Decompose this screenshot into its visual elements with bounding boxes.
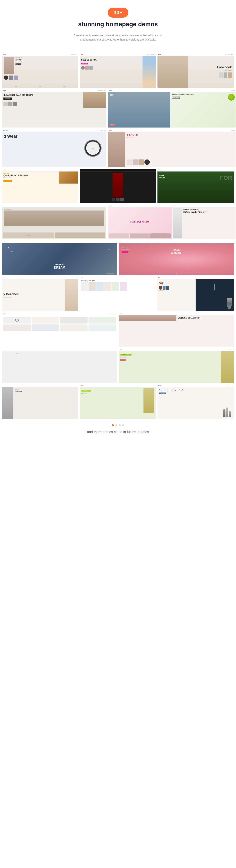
model-img-clearance bbox=[83, 92, 106, 108]
demo-row-1: kalios Demo Shop Blog NEW ARRIVAL Summer… bbox=[2, 53, 234, 88]
demo-card-beaches[interactable]: kalios Shop Blog y Beaches Summer Collec… bbox=[2, 277, 78, 311]
summer-model bbox=[221, 351, 234, 383]
demo-row-4: kalios Demo Products FIND TASTE Quality … bbox=[2, 169, 234, 203]
demo-card-catalog[interactable]: kalios Shop Blog HUGE SALE 70% OFF bbox=[80, 277, 156, 311]
demo-row-6: kalios Shop Blog HAVE A DREAM MELBOUR bbox=[2, 241, 234, 275]
nav-logo-2: kalios bbox=[81, 54, 83, 55]
demo-card-studio-left[interactable]: SUMMER Collection bbox=[2, 384, 78, 419]
studio-nav bbox=[2, 384, 78, 387]
watch-thumb bbox=[4, 75, 8, 80]
demo-row-7: kalios Shop Blog y Beaches Summer Collec… bbox=[2, 277, 234, 311]
demo-row-2: kalios Shop Products Blog CLEARANCE SALE… bbox=[2, 89, 234, 127]
demo-row-8: kalios Demo Products Blog bbox=[2, 313, 234, 347]
demo-card-decor-studio[interactable]: kalios Demo Products Decor your home wit… bbox=[157, 384, 234, 419]
footer-text: and more demos come in future updates bbox=[4, 430, 232, 434]
demo-row-9: Collection kalios Shop Blog COMMERCE SAL… bbox=[2, 348, 234, 383]
watch-container: 12 bbox=[81, 133, 104, 163]
bread-title: Quality Bread & Pastries bbox=[3, 174, 57, 177]
model-img bbox=[142, 56, 156, 88]
demo-card-studio-commerce[interactable]: kalios COMMERCE SALE Summer 2024 bbox=[80, 384, 156, 419]
badge-count: 30+ bbox=[108, 8, 128, 18]
demo-card-fashion-1[interactable]: kalios Demo Shop Blog NEW ARRIVAL Summer… bbox=[2, 53, 78, 88]
dot-4[interactable] bbox=[122, 424, 124, 426]
main-title: stunning homepage demos bbox=[4, 21, 232, 28]
beauty-text: BEAUTE bbox=[127, 133, 234, 136]
for-text: FOR bbox=[220, 175, 232, 181]
categories-label: Categories bbox=[174, 273, 179, 274]
pagination-dots bbox=[4, 424, 232, 426]
dark-model bbox=[112, 173, 123, 197]
demo-card-denim[interactable]: kalios Shop Blog HAVE A DREAM MELBOUR bbox=[2, 241, 117, 275]
title-underline bbox=[112, 30, 124, 30]
demo-card-sport[interactable]: Collection bbox=[2, 348, 117, 383]
lookbook-text: Lookbook bbox=[217, 66, 232, 69]
demo-card-beauty[interactable]: kalios Shop Blog BEAUTE Spring Collectio… bbox=[108, 129, 236, 167]
bread-image bbox=[59, 172, 78, 184]
headphones-product bbox=[3, 317, 31, 323]
demo-card-flash-huge[interactable]: kalios FLASH SALE 70% OFF kalios bbox=[108, 205, 236, 239]
demos-grid: kalios Demo Shop Blog NEW ARRIVAL Summer… bbox=[0, 53, 236, 419]
wear-text: d Wear bbox=[3, 134, 18, 139]
subtitle: Create a really awesome online store, ch… bbox=[70, 33, 166, 42]
womens-collection-text: WOMEN'S COLLECTION bbox=[178, 317, 200, 319]
header-section: 30+ stunning homepage demos Create a rea… bbox=[0, 0, 236, 53]
demo-card-bread[interactable]: kalios Demo Products FIND TASTE Quality … bbox=[2, 169, 78, 203]
demo-card-save70[interactable]: kalios Demo Products Blog SHOP SALE Save… bbox=[80, 53, 156, 88]
interior-text: InteriorLiving bbox=[109, 93, 114, 97]
decor-text: Decor your home with high-end studio bbox=[159, 389, 232, 391]
demo-card-lookbook[interactable]: kalios Shop Portfolio Blog Lookbook 2024… bbox=[157, 53, 234, 88]
demo-card-summer-commerce[interactable]: kalios Shop Blog COMMERCE SALE Summer Fa… bbox=[119, 348, 234, 383]
commerce-model bbox=[143, 388, 154, 413]
demo-card-interior-organic[interactable]: kalios Shop Blog InteriorLiving EXPLORE … bbox=[108, 89, 236, 127]
decor-items bbox=[223, 407, 231, 417]
denim-bg bbox=[2, 243, 117, 275]
demo-row-10: SUMMER Collection kalios COMMERCE SALE S… bbox=[2, 384, 234, 419]
flowers-bg bbox=[119, 243, 234, 275]
demo-card-women[interactable]: kalios Demo Products WOMEN'S COLLECTION bbox=[119, 313, 234, 347]
beauty-model bbox=[108, 132, 125, 167]
shirt-model bbox=[173, 208, 182, 238]
demo-card-clearance[interactable]: kalios Shop Products Blog CLEARANCE SALE… bbox=[2, 89, 106, 127]
model-area bbox=[157, 56, 188, 88]
demo-card-interior-clearance[interactable]: interior clearances audio decor bbox=[2, 205, 106, 239]
demo-card-wear-watch[interactable]: Shop Store Products Blog d Wear 12 bbox=[2, 129, 106, 167]
flash-sale-text: FLASH SALE 70% OFF bbox=[130, 221, 149, 223]
demo-card-kitchen-lighting[interactable]: kalios Demo Products living room Kitchen… bbox=[157, 277, 234, 311]
beaches-text: y Beaches bbox=[3, 292, 63, 296]
demo-card-flowers[interactable]: kalios Shop Blog NEW SEASON Have for the… bbox=[119, 241, 234, 275]
clearance-text: CLEARANCE SALE OFF TO 70% bbox=[3, 94, 82, 96]
kiwi-icon bbox=[228, 94, 235, 100]
sofa-image bbox=[4, 211, 104, 226]
pendant-light bbox=[227, 298, 232, 309]
nav-logo-3: kalios bbox=[158, 54, 161, 55]
demo-card-dark-fashion[interactable] bbox=[80, 169, 156, 203]
dream-text: HAVE A DREAM bbox=[54, 263, 65, 269]
sport-nav bbox=[2, 348, 117, 351]
demo-row-3: Shop Store Products Blog d Wear 12 bbox=[2, 129, 234, 167]
organic-food-text: Natural & Healthy Organic Food bbox=[172, 93, 234, 95]
demo-card-electronics[interactable]: kalios Demo Products Blog bbox=[2, 313, 117, 347]
commerce-label: COMMERCE SALE bbox=[120, 354, 132, 355]
bottom-section: and more demos come in future updates bbox=[0, 421, 236, 440]
demo-card-forest[interactable]: kalios Demo Products FOR NatureFashion bbox=[157, 169, 234, 203]
dark-nav bbox=[80, 169, 156, 172]
model-image bbox=[4, 57, 15, 74]
model-left bbox=[2, 387, 14, 419]
dot-1[interactable] bbox=[112, 424, 114, 426]
huge-sale-text: SUMMER COLLECTION HUGE SALE 70% OFF bbox=[182, 208, 235, 238]
nav-logo: kalios bbox=[3, 54, 5, 55]
women-model bbox=[119, 315, 177, 321]
huge-sale-catalog: HUGE SALE 70% OFF bbox=[81, 280, 155, 282]
dot-2[interactable] bbox=[115, 424, 117, 426]
nav-bar bbox=[2, 205, 106, 208]
demo-row-5: interior clearances audio decor kalios F… bbox=[2, 205, 234, 239]
have-dream-flowers: HAVEa dream bbox=[171, 248, 182, 254]
dot-3[interactable] bbox=[119, 424, 121, 426]
kitchen-title: KitchenEdning bbox=[159, 281, 194, 285]
beaches-model bbox=[65, 279, 78, 311]
